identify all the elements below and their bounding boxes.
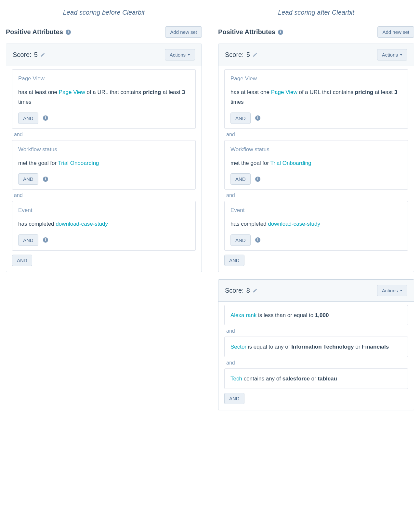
filter-block[interactable]: Page Viewhas at least one Page View of a…: [224, 69, 408, 129]
actions-dropdown[interactable]: Actions: [377, 285, 407, 296]
and-button[interactable]: AND: [230, 234, 251, 246]
actions-dropdown[interactable]: Actions: [165, 49, 195, 60]
filter-text-token: at least: [373, 89, 394, 95]
filter-block[interactable]: Workflow statusmet the goal for Trial On…: [224, 140, 408, 190]
card-footer: AND: [224, 255, 408, 266]
filter-link[interactable]: Trial Onboarding: [58, 160, 99, 166]
filter-link[interactable]: Alexa rank: [230, 312, 256, 318]
and-button[interactable]: AND: [12, 255, 32, 266]
filter-text-token: has at least one: [18, 89, 59, 95]
and-button[interactable]: AND: [230, 113, 251, 124]
actions-label: Actions: [170, 52, 186, 58]
filter-block[interactable]: Workflow statusmet the goal for Trial On…: [12, 140, 196, 190]
pencil-icon[interactable]: [40, 52, 46, 58]
score-body: Page Viewhas at least one Page View of a…: [218, 66, 414, 272]
filter-category-label: Page View: [18, 75, 190, 83]
filter-link[interactable]: Page View: [271, 89, 297, 95]
filter-bold: Financials: [362, 344, 389, 350]
filter-block[interactable]: Sector is equal to any of Information Te…: [224, 337, 408, 357]
filter-category-label: Event: [18, 206, 190, 215]
filter-bold: 1,000: [315, 312, 329, 318]
section-info-icon[interactable]: i: [66, 30, 71, 35]
and-separator: and: [224, 357, 408, 368]
filter-description: has completed download-case-study: [230, 219, 402, 229]
and-button[interactable]: AND: [224, 393, 244, 404]
filter-link[interactable]: download-case-study: [56, 221, 108, 227]
filter-text-token: at least: [161, 89, 182, 95]
add-new-set-button[interactable]: Add new set: [377, 26, 414, 38]
score-label: Score:: [13, 50, 32, 60]
and-separator: and: [224, 190, 408, 201]
score-title: Score: 8: [225, 286, 258, 295]
filter-bold: tableau: [318, 376, 337, 382]
score-label: Score:: [225, 286, 244, 295]
score-card: Score: 5ActionsPage Viewhas at least one…: [218, 44, 414, 272]
column-title: Lead scoring after Clearbit: [218, 8, 414, 17]
section-title-text: Positive Attributes: [6, 27, 63, 37]
add-new-set-button[interactable]: Add new set: [165, 26, 202, 38]
filter-link[interactable]: Page View: [59, 89, 85, 95]
filter-text-token: or: [310, 376, 318, 382]
filter-category-label: Workflow status: [230, 146, 402, 154]
column: Lead scoring before ClearbitPositive Att…: [6, 8, 202, 418]
pencil-icon[interactable]: [253, 288, 258, 293]
filter-link[interactable]: Sector: [230, 344, 246, 350]
score-value: 8: [246, 286, 250, 295]
filter-info-icon[interactable]: i: [43, 237, 48, 243]
filter-description: has at least one Page View of a URL that…: [18, 87, 190, 107]
filter-bold: salesforce: [282, 376, 310, 382]
filter-link[interactable]: download-case-study: [268, 221, 320, 227]
and-button[interactable]: AND: [18, 173, 38, 185]
section-header: Positive AttributesiAdd new set: [218, 26, 414, 38]
score-card: Score: 8ActionsAlexa rank is less than o…: [218, 279, 414, 410]
score-header: Score: 8Actions: [218, 280, 414, 302]
actions-label: Actions: [382, 288, 398, 293]
filter-description: Tech contains any of salesforce or table…: [230, 374, 402, 384]
filter-actions-row: ANDi: [230, 113, 402, 124]
and-button[interactable]: AND: [230, 173, 251, 185]
and-separator: and: [224, 129, 408, 140]
filter-bold: pricing: [355, 89, 374, 95]
filter-category-label: Event: [230, 206, 402, 215]
column-title: Lead scoring before Clearbit: [6, 8, 202, 17]
and-button[interactable]: AND: [18, 234, 38, 246]
score-label: Score:: [225, 50, 244, 60]
filter-block[interactable]: Eventhas completed download-case-studyAN…: [12, 201, 196, 250]
filter-bold: 3: [182, 89, 185, 95]
filter-block[interactable]: Page Viewhas at least one Page View of a…: [12, 69, 196, 129]
filter-info-icon[interactable]: i: [255, 237, 260, 243]
pencil-icon[interactable]: [253, 52, 258, 58]
filter-block[interactable]: Tech contains any of salesforce or table…: [224, 368, 408, 389]
and-separator: and: [224, 325, 408, 337]
chevron-down-icon: [188, 54, 190, 56]
filter-link[interactable]: Tech: [230, 376, 242, 382]
filter-category-label: Page View: [230, 75, 402, 83]
filter-block[interactable]: Eventhas completed download-case-studyAN…: [224, 201, 408, 250]
card-footer: AND: [12, 255, 196, 266]
chevron-down-icon: [400, 54, 402, 56]
filter-description: has completed download-case-study: [18, 219, 190, 229]
filter-block[interactable]: Alexa rank is less than or equal to 1,00…: [224, 305, 408, 325]
and-button[interactable]: AND: [224, 255, 244, 266]
score-title: Score: 5: [13, 50, 46, 60]
filter-bold: 3: [394, 89, 397, 95]
filter-description: met the goal for Trial Onboarding: [18, 158, 190, 168]
and-button[interactable]: AND: [18, 113, 38, 124]
section-title: Positive Attributesi: [218, 27, 283, 37]
filter-info-icon[interactable]: i: [255, 177, 260, 182]
filter-info-icon[interactable]: i: [43, 177, 48, 182]
score-header: Score: 5Actions: [6, 44, 202, 66]
section-info-icon[interactable]: i: [278, 30, 283, 35]
actions-dropdown[interactable]: Actions: [377, 49, 407, 60]
filter-description: Sector is equal to any of Information Te…: [230, 342, 402, 352]
score-card: Score: 5ActionsPage Viewhas at least one…: [6, 44, 202, 272]
filter-text-token: or: [354, 344, 362, 350]
filter-info-icon[interactable]: i: [43, 115, 48, 121]
filter-link[interactable]: Trial Onboarding: [270, 160, 311, 166]
section-header: Positive AttributesiAdd new set: [6, 26, 202, 38]
and-separator: and: [12, 129, 196, 140]
filter-text-token: has completed: [230, 221, 268, 227]
filter-info-icon[interactable]: i: [255, 115, 260, 121]
filter-bold: Information Technology: [291, 344, 354, 350]
filter-actions-row: ANDi: [230, 234, 402, 246]
